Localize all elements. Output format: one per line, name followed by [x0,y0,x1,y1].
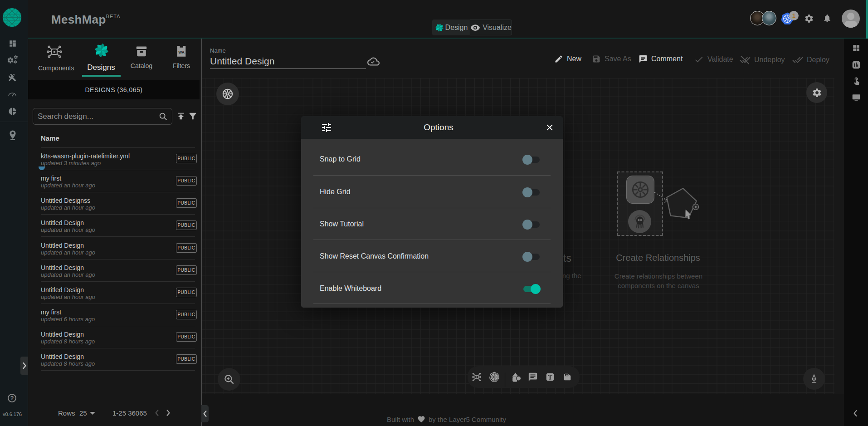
svg-text:WA: WA [178,50,185,54]
